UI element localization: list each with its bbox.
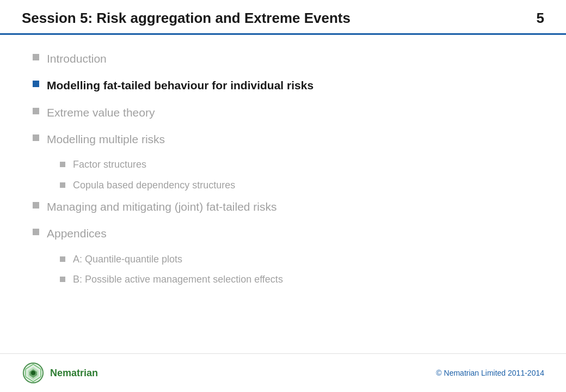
list-item: B: Possible active management selection …	[60, 273, 533, 286]
bullet-icon	[33, 54, 39, 60]
list-item: Introduction	[33, 51, 533, 66]
slide-content: Introduction Modelling fat-tailed behavi…	[0, 35, 566, 304]
svg-point-5	[31, 371, 35, 375]
item-label: Managing and mitigating (joint) fat-tail…	[47, 199, 277, 214]
list-item: Copula based dependency structures	[60, 179, 533, 192]
bullet-icon	[60, 277, 65, 282]
page-number: 5	[537, 10, 544, 27]
bullet-icon	[33, 229, 39, 235]
bullet-icon	[60, 256, 65, 262]
bullet-icon	[60, 162, 65, 167]
brand-logo: Nematrian	[22, 362, 98, 384]
slide-title: Session 5: Risk aggregation and Extreme …	[22, 10, 350, 27]
item-label: B: Possible active management selection …	[73, 273, 283, 286]
item-label: Factor structures	[73, 158, 146, 171]
item-label: Introduction	[47, 51, 107, 66]
list-item: Modelling fat-tailed behaviour for indiv…	[33, 78, 533, 93]
list-item: Appendices	[33, 226, 533, 241]
brand-name: Nematrian	[50, 367, 98, 379]
bullet-icon	[60, 182, 65, 188]
bullet-icon	[33, 81, 39, 87]
slide-header: Session 5: Risk aggregation and Extreme …	[0, 0, 566, 35]
nematrian-logo-icon	[22, 362, 45, 384]
list-item: Modelling multiple risks	[33, 132, 533, 146]
item-label: A: Quantile-quantile plots	[73, 253, 182, 266]
item-label: Appendices	[47, 226, 107, 241]
bullet-icon	[33, 108, 39, 114]
item-label: Modelling multiple risks	[47, 132, 165, 146]
list-item: Managing and mitigating (joint) fat-tail…	[33, 199, 533, 214]
item-label: Modelling fat-tailed behaviour for indiv…	[47, 78, 313, 93]
list-item: Extreme value theory	[33, 105, 533, 120]
list-item: A: Quantile-quantile plots	[60, 253, 533, 266]
slide-footer: Nematrian © Nematrian Limited 2011-2014	[0, 353, 566, 392]
item-label: Copula based dependency structures	[73, 179, 235, 192]
bullet-icon	[33, 202, 39, 209]
copyright-text: © Nematrian Limited 2011-2014	[436, 369, 544, 377]
item-label: Extreme value theory	[47, 105, 155, 120]
bullet-icon	[33, 134, 39, 141]
list-item: Factor structures	[60, 158, 533, 171]
